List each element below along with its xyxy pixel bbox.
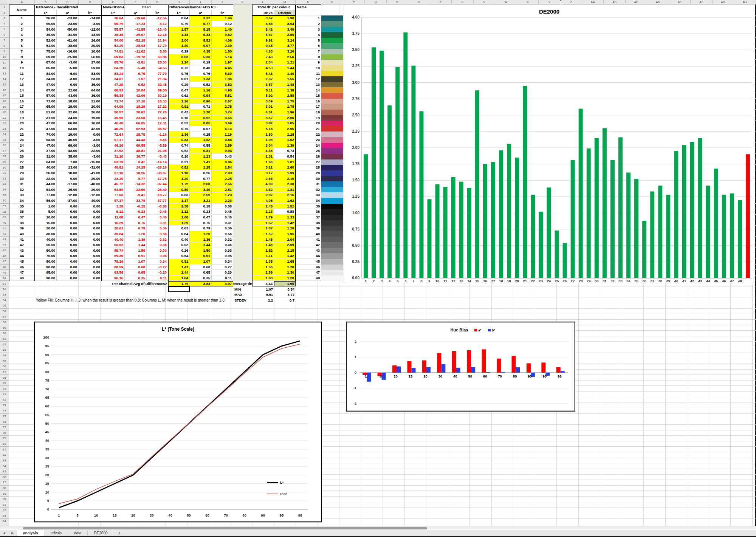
color-swatch-1[interactable] <box>321 15 343 21</box>
cell-read-F34[interactable]: -22.60 <box>125 187 147 193</box>
cell-name-43[interactable]: 43 <box>9 248 35 254</box>
cell-name-1[interactable]: 1 <box>9 15 35 21</box>
cell-diff-J16[interactable]: 4.95 <box>212 87 233 93</box>
cell-de2000-27[interactable]: 0.73 <box>274 148 296 154</box>
cell-read-E49[interactable]: 93.56 <box>102 270 125 275</box>
cell-read-F18[interactable]: 17.10 <box>125 99 147 104</box>
cell-name-17[interactable]: 17 <box>9 104 35 110</box>
color-swatch-23[interactable] <box>321 137 343 143</box>
row-header-28[interactable]: 28 <box>0 154 9 159</box>
cell-read-E13[interactable]: 83.24 <box>102 71 125 77</box>
cell-de76-18[interactable]: 3.09 <box>252 99 274 104</box>
cell-de76-45[interactable]: 1.52 <box>252 248 274 254</box>
cell-diff-I33[interactable]: 2.68 <box>190 181 212 187</box>
cell-name-24[interactable]: 24 <box>9 143 35 149</box>
cell-read-G11[interactable]: 25.03 <box>147 60 168 65</box>
cell-read-E46[interactable]: 69.36 <box>102 253 125 259</box>
row-header-17[interactable]: 17 <box>0 93 9 99</box>
cell-diff-I17[interactable]: 0.94 <box>190 93 212 99</box>
cell-diff-J26[interactable]: 2.89 <box>212 143 233 149</box>
row-header-42[interactable]: 42 <box>0 231 9 237</box>
cell-ref-C12[interactable]: -5.00 <box>57 65 79 71</box>
color-swatch-22[interactable] <box>321 132 343 137</box>
cell-ref-C9[interactable]: -16.00 <box>57 49 79 54</box>
cell-name2-36[interactable]: 34 <box>296 198 321 204</box>
cell-name-5[interactable]: 5 <box>9 38 35 43</box>
cell-de2000-36[interactable]: 1.62 <box>274 198 296 204</box>
color-swatch-36[interactable] <box>321 209 343 215</box>
cell-diff-J43[interactable]: 0.32 <box>212 237 233 242</box>
cell-ref-C16[interactable]: 22.00 <box>57 87 79 93</box>
header-channel-E[interactable]: L* <box>102 10 125 16</box>
cell-diff-I30[interactable]: 1.25 <box>190 165 212 170</box>
cell-read-G45[interactable]: 0.03 <box>147 248 168 254</box>
cell-name-25[interactable]: 25 <box>9 148 35 154</box>
cell-de2000-16[interactable]: 1.38 <box>274 87 296 93</box>
color-swatch-17[interactable] <box>321 104 343 110</box>
cell-diff-I45[interactable]: 1.50 <box>190 248 212 254</box>
cell-diff-J19[interactable]: 2.78 <box>212 104 233 110</box>
cell-name2-18[interactable]: 16 <box>296 99 321 104</box>
cell-ref-B28[interactable]: 31.00 <box>35 154 57 159</box>
average-de76-value[interactable]: 3.44 <box>252 281 274 287</box>
cell-ref-C13[interactable]: -6.00 <box>57 71 79 77</box>
row-header-46[interactable]: 46 <box>0 253 9 259</box>
cell-name-40[interactable]: 40 <box>9 231 35 237</box>
cell-ref-C24[interactable]: 19.00 <box>57 132 79 137</box>
cell-ref-C22[interactable]: 66.00 <box>57 121 79 126</box>
color-swatch-25[interactable] <box>321 148 343 154</box>
color-swatch-3[interactable] <box>321 27 343 32</box>
cell-diff-I9[interactable]: 4.38 <box>190 49 212 54</box>
stat-de76-STDEV[interactable]: 2.2 <box>252 297 274 303</box>
cell-read-G27[interactable]: -21.06 <box>147 148 168 154</box>
tone-scale-line-chart[interactable]: L* (Tone Scale)0510152025303540455055606… <box>34 322 322 523</box>
cell-ref-C3[interactable]: -23.00 <box>57 15 79 21</box>
cell-read-G9[interactable]: 8.50 <box>147 49 168 54</box>
cell-ref-D26[interactable]: -3.00 <box>79 143 102 149</box>
cell-diff-H28[interactable]: 0.10 <box>168 154 190 159</box>
cell-name-4[interactable]: 4 <box>9 32 35 38</box>
cell-read-F32[interactable]: 9.77 <box>125 176 147 182</box>
cell-name-41[interactable]: 41 <box>9 237 35 242</box>
cell-name2-19[interactable]: 17 <box>296 104 321 110</box>
cell-ref-D21[interactable]: 19.00 <box>79 115 102 121</box>
cell-name2-39[interactable]: 37 <box>296 215 321 220</box>
cell-read-G4[interactable]: -3.12 <box>147 21 168 27</box>
cell-ref-D7[interactable]: 26.00 <box>79 38 102 43</box>
average-de2000-value[interactable]: 1.90 <box>274 281 296 287</box>
row-header-70[interactable]: 70 <box>0 386 9 392</box>
cell-ref-B47[interactable]: 80.00 <box>35 259 57 265</box>
cell-read-F35[interactable]: -9.41 <box>125 192 147 198</box>
cell-read-F20[interactable]: 30.62 <box>125 110 147 115</box>
cell-read-E5[interactable]: 55.57 <box>102 27 125 32</box>
cell-diff-H3[interactable]: 0.64 <box>168 15 190 21</box>
cell-name2-32[interactable]: 30 <box>296 176 321 182</box>
row-header-36[interactable]: 36 <box>0 198 9 204</box>
row-header-73[interactable]: 73 <box>0 402 9 408</box>
cell-ref-B18[interactable]: 73.00 <box>35 99 57 104</box>
cell-de76-48[interactable]: 1.56 <box>252 265 274 270</box>
cell-de76-29[interactable]: 1.66 <box>252 159 274 165</box>
cell-read-E22[interactable]: 46.48 <box>102 121 125 126</box>
cell-de2000-10[interactable]: 2.56 <box>274 54 296 60</box>
row-header-89[interactable]: 89 <box>0 491 9 497</box>
row-header-67[interactable]: 67 <box>0 370 9 375</box>
col-header-I[interactable]: I <box>190 0 212 5</box>
cell-diff-J6[interactable]: 0.82 <box>212 32 233 38</box>
row-header-64[interactable]: 64 <box>0 353 9 359</box>
cell-de2000-3[interactable]: 1.90 <box>274 15 296 21</box>
cell-name-6[interactable]: 6 <box>9 43 35 49</box>
col-header-D[interactable]: D <box>79 0 102 5</box>
cell-diff-H14[interactable]: 0.01 <box>168 76 190 82</box>
cell-ref-C29[interactable]: 7.00 <box>57 159 79 165</box>
cell-name2-50[interactable]: 48 <box>296 275 321 281</box>
cell-de76-33[interactable]: 4.09 <box>252 181 274 187</box>
cell-ref-C38[interactable]: 0.00 <box>57 209 79 215</box>
row-header-47[interactable]: 47 <box>0 259 9 265</box>
cell-ref-C43[interactable]: 0.00 <box>57 237 79 242</box>
row-header-49[interactable]: 49 <box>0 270 9 275</box>
cell-name2-25[interactable]: 23 <box>296 137 321 143</box>
cell-diff-I41[interactable]: 0.79 <box>190 226 212 231</box>
row-header-91[interactable]: 91 <box>0 502 9 508</box>
cell-read-F43[interactable]: 1.39 <box>125 237 147 242</box>
